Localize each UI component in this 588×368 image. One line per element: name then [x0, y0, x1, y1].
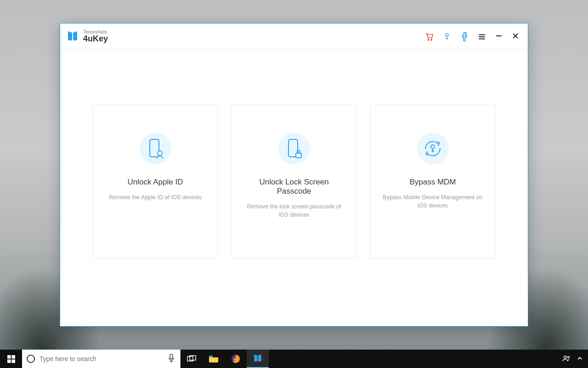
- microphone-icon[interactable]: [168, 354, 175, 364]
- titlebar: Tenorshare 4uKey: [60, 23, 528, 50]
- svg-rect-16: [7, 359, 11, 363]
- brand: Tenorshare 4uKey: [67, 30, 108, 43]
- svg-point-13: [431, 145, 435, 149]
- key-icon[interactable]: [442, 32, 452, 41]
- taskbar: [0, 350, 588, 368]
- phone-lock-icon: [278, 132, 310, 165]
- minimize-button[interactable]: [495, 33, 503, 41]
- card-unlock-apple-id[interactable]: Unlock Apple ID Remove the Apple ID of i…: [93, 104, 218, 259]
- taskbar-app-file-explorer[interactable]: [203, 350, 225, 368]
- taskbar-app-firefox[interactable]: [225, 350, 247, 368]
- system-tray: [557, 350, 588, 368]
- card-desc: Remove the lock screen passcode of iOS d…: [242, 202, 346, 220]
- app-logo-icon: [67, 30, 79, 43]
- task-view-button[interactable]: [181, 350, 203, 368]
- svg-rect-15: [11, 355, 15, 359]
- svg-rect-17: [11, 359, 15, 363]
- card-title: Bypass MDM: [409, 178, 456, 187]
- svg-rect-21: [209, 356, 213, 357]
- card-title: Unlock Lock Screen Passcode: [242, 178, 346, 196]
- svg-point-10: [158, 151, 162, 155]
- menu-icon[interactable]: [477, 32, 486, 41]
- svg-point-2: [446, 34, 448, 36]
- main-content: Unlock Apple ID Remove the Apple ID of i…: [60, 50, 528, 326]
- title-actions: [425, 32, 520, 41]
- svg-point-1: [431, 39, 432, 40]
- svg-point-0: [428, 39, 429, 40]
- card-bypass-mdm[interactable]: Bypass MDM Bypass Mobile Device Manageme…: [370, 104, 495, 259]
- svg-rect-14: [7, 355, 11, 359]
- card-title: Unlock Apple ID: [128, 178, 183, 187]
- tray-expand-icon[interactable]: [577, 355, 582, 362]
- svg-rect-12: [296, 153, 301, 158]
- taskbar-search[interactable]: [22, 350, 181, 368]
- svg-rect-18: [170, 354, 173, 359]
- brand-name: 4uKey: [83, 34, 108, 43]
- phone-user-icon: [139, 132, 171, 165]
- card-desc: Remove the Apple ID of iOS devices: [109, 193, 202, 202]
- sync-key-icon: [417, 132, 449, 165]
- search-input[interactable]: [40, 355, 163, 362]
- start-button[interactable]: [0, 350, 22, 368]
- taskbar-spacer: [269, 350, 557, 368]
- svg-point-23: [564, 356, 566, 358]
- close-button[interactable]: [511, 33, 520, 41]
- app-window: Tenorshare 4uKey: [60, 23, 528, 327]
- cart-icon[interactable]: [425, 32, 434, 41]
- people-icon[interactable]: [562, 355, 571, 363]
- card-unlock-lock-screen[interactable]: Unlock Lock Screen Passcode Remove the l…: [232, 104, 356, 259]
- svg-point-24: [568, 356, 570, 358]
- cortana-icon: [27, 355, 35, 363]
- facebook-icon[interactable]: [460, 32, 469, 41]
- card-desc: Bypass Mobile Device Management on iOS d…: [381, 193, 485, 211]
- taskbar-app-4ukey[interactable]: [247, 350, 269, 368]
